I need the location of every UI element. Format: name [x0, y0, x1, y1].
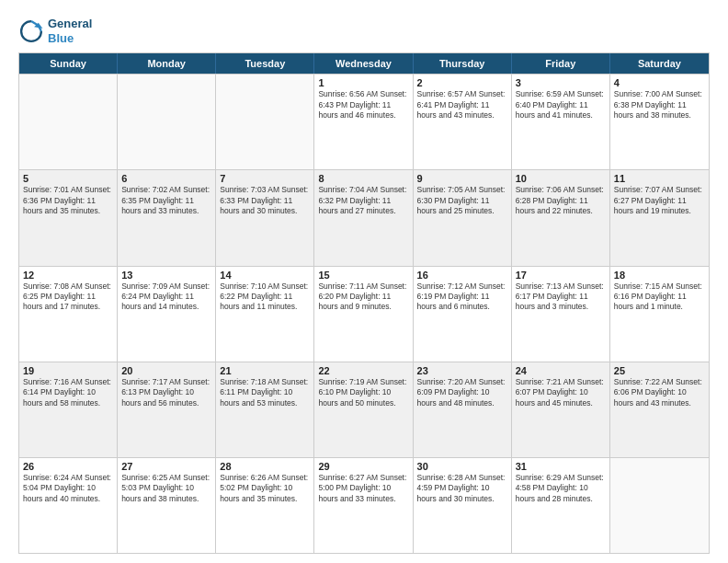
day-info: Sunrise: 6:26 AM Sunset: 5:02 PM Dayligh… — [220, 473, 310, 504]
day-info: Sunrise: 7:02 AM Sunset: 6:35 PM Dayligh… — [121, 185, 211, 216]
calendar-day-17: 17Sunrise: 7:13 AM Sunset: 6:17 PM Dayli… — [512, 267, 610, 362]
day-number: 13 — [121, 270, 211, 281]
calendar-day-13: 13Sunrise: 7:09 AM Sunset: 6:24 PM Dayli… — [118, 267, 216, 362]
day-number: 4 — [614, 77, 705, 88]
calendar-day-empty — [118, 75, 216, 169]
weekday-header-wednesday: Wednesday — [314, 53, 413, 74]
calendar-day-9: 9Sunrise: 7:05 AM Sunset: 6:30 PM Daylig… — [414, 170, 512, 265]
calendar: SundayMondayTuesdayWednesdayThursdayFrid… — [18, 52, 710, 554]
day-info: Sunrise: 7:20 AM Sunset: 6:09 PM Dayligh… — [417, 377, 507, 408]
day-number: 6 — [121, 173, 211, 184]
calendar-day-20: 20Sunrise: 7:17 AM Sunset: 6:13 PM Dayli… — [118, 362, 216, 457]
day-number: 7 — [220, 173, 310, 184]
calendar-day-6: 6Sunrise: 7:02 AM Sunset: 6:35 PM Daylig… — [118, 170, 216, 265]
day-info: Sunrise: 7:00 AM Sunset: 6:38 PM Dayligh… — [614, 89, 705, 121]
day-number: 10 — [516, 173, 606, 184]
calendar-day-empty — [19, 75, 118, 169]
day-info: Sunrise: 7:08 AM Sunset: 6:25 PM Dayligh… — [23, 282, 113, 313]
day-number: 21 — [220, 365, 310, 376]
day-number: 16 — [417, 270, 507, 281]
day-info: Sunrise: 6:56 AM Sunset: 6:43 PM Dayligh… — [318, 89, 408, 121]
day-number: 31 — [516, 461, 606, 472]
header: General Blue — [18, 17, 710, 45]
calendar-day-14: 14Sunrise: 7:10 AM Sunset: 6:22 PM Dayli… — [216, 267, 314, 362]
day-number: 23 — [417, 365, 507, 376]
weekday-header: SundayMondayTuesdayWednesdayThursdayFrid… — [19, 53, 709, 74]
calendar-day-24: 24Sunrise: 7:21 AM Sunset: 6:07 PM Dayli… — [512, 362, 610, 457]
logo: General Blue — [18, 17, 92, 45]
calendar-day-19: 19Sunrise: 7:16 AM Sunset: 6:14 PM Dayli… — [19, 362, 118, 457]
weekday-header-tuesday: Tuesday — [216, 53, 314, 74]
day-number: 17 — [516, 270, 606, 281]
calendar-day-25: 25Sunrise: 7:22 AM Sunset: 6:06 PM Dayli… — [610, 362, 709, 457]
calendar-day-21: 21Sunrise: 7:18 AM Sunset: 6:11 PM Dayli… — [216, 362, 314, 457]
calendar-day-22: 22Sunrise: 7:19 AM Sunset: 6:10 PM Dayli… — [314, 362, 413, 457]
day-number: 30 — [417, 461, 507, 472]
calendar-day-27: 27Sunrise: 6:25 AM Sunset: 5:03 PM Dayli… — [118, 458, 216, 553]
day-info: Sunrise: 7:03 AM Sunset: 6:33 PM Dayligh… — [220, 185, 310, 216]
day-info: Sunrise: 7:22 AM Sunset: 6:06 PM Dayligh… — [614, 377, 705, 408]
day-info: Sunrise: 7:13 AM Sunset: 6:17 PM Dayligh… — [516, 282, 606, 313]
weekday-header-saturday: Saturday — [610, 53, 709, 74]
weekday-header-thursday: Thursday — [414, 53, 512, 74]
day-info: Sunrise: 6:29 AM Sunset: 4:58 PM Dayligh… — [516, 473, 606, 504]
day-number: 11 — [614, 173, 705, 184]
calendar-day-2: 2Sunrise: 6:57 AM Sunset: 6:41 PM Daylig… — [414, 75, 512, 169]
day-info: Sunrise: 7:21 AM Sunset: 6:07 PM Dayligh… — [516, 377, 606, 408]
calendar-week-4: 19Sunrise: 7:16 AM Sunset: 6:14 PM Dayli… — [19, 362, 709, 457]
calendar-day-23: 23Sunrise: 7:20 AM Sunset: 6:09 PM Dayli… — [414, 362, 512, 457]
calendar-day-26: 26Sunrise: 6:24 AM Sunset: 5:04 PM Dayli… — [19, 458, 118, 553]
calendar-day-empty — [216, 75, 314, 169]
day-info: Sunrise: 7:18 AM Sunset: 6:11 PM Dayligh… — [220, 377, 310, 408]
calendar-week-1: 1Sunrise: 6:56 AM Sunset: 6:43 PM Daylig… — [19, 74, 709, 169]
day-number: 1 — [318, 77, 408, 88]
calendar-day-5: 5Sunrise: 7:01 AM Sunset: 6:36 PM Daylig… — [19, 170, 118, 265]
day-info: Sunrise: 7:11 AM Sunset: 6:20 PM Dayligh… — [318, 282, 408, 313]
day-info: Sunrise: 7:04 AM Sunset: 6:32 PM Dayligh… — [318, 185, 408, 216]
day-info: Sunrise: 6:24 AM Sunset: 5:04 PM Dayligh… — [23, 473, 113, 504]
day-number: 8 — [318, 173, 408, 184]
calendar-day-4: 4Sunrise: 7:00 AM Sunset: 6:38 PM Daylig… — [610, 75, 709, 169]
calendar-day-30: 30Sunrise: 6:28 AM Sunset: 4:59 PM Dayli… — [414, 458, 512, 553]
calendar-week-5: 26Sunrise: 6:24 AM Sunset: 5:04 PM Dayli… — [19, 457, 709, 553]
day-info: Sunrise: 6:57 AM Sunset: 6:41 PM Dayligh… — [417, 89, 507, 121]
day-number: 18 — [614, 270, 705, 281]
day-number: 15 — [318, 270, 408, 281]
logo-icon — [18, 18, 44, 44]
day-number: 14 — [220, 270, 310, 281]
day-info: Sunrise: 7:19 AM Sunset: 6:10 PM Dayligh… — [318, 377, 408, 408]
day-number: 5 — [23, 173, 113, 184]
day-info: Sunrise: 7:07 AM Sunset: 6:27 PM Dayligh… — [614, 185, 705, 216]
day-number: 25 — [614, 365, 705, 376]
day-info: Sunrise: 6:28 AM Sunset: 4:59 PM Dayligh… — [417, 473, 507, 504]
calendar-day-18: 18Sunrise: 7:15 AM Sunset: 6:16 PM Dayli… — [610, 267, 709, 362]
day-number: 3 — [516, 77, 606, 88]
day-info: Sunrise: 7:16 AM Sunset: 6:14 PM Dayligh… — [23, 377, 113, 408]
calendar-day-10: 10Sunrise: 7:06 AM Sunset: 6:28 PM Dayli… — [512, 170, 610, 265]
day-number: 22 — [318, 365, 408, 376]
calendar-body: 1Sunrise: 6:56 AM Sunset: 6:43 PM Daylig… — [19, 74, 709, 553]
day-info: Sunrise: 6:27 AM Sunset: 5:00 PM Dayligh… — [318, 473, 408, 504]
day-number: 27 — [121, 461, 211, 472]
day-number: 9 — [417, 173, 507, 184]
weekday-header-monday: Monday — [118, 53, 216, 74]
day-info: Sunrise: 7:09 AM Sunset: 6:24 PM Dayligh… — [121, 282, 211, 313]
calendar-day-16: 16Sunrise: 7:12 AM Sunset: 6:19 PM Dayli… — [414, 267, 512, 362]
weekday-header-sunday: Sunday — [19, 53, 118, 74]
day-number: 26 — [23, 461, 113, 472]
day-info: Sunrise: 7:17 AM Sunset: 6:13 PM Dayligh… — [121, 377, 211, 408]
day-info: Sunrise: 6:25 AM Sunset: 5:03 PM Dayligh… — [121, 473, 211, 504]
weekday-header-friday: Friday — [512, 53, 610, 74]
calendar-day-1: 1Sunrise: 6:56 AM Sunset: 6:43 PM Daylig… — [314, 75, 413, 169]
day-info: Sunrise: 7:05 AM Sunset: 6:30 PM Dayligh… — [417, 185, 507, 216]
day-number: 19 — [23, 365, 113, 376]
day-info: Sunrise: 7:10 AM Sunset: 6:22 PM Dayligh… — [220, 282, 310, 313]
day-number: 12 — [23, 270, 113, 281]
calendar-day-11: 11Sunrise: 7:07 AM Sunset: 6:27 PM Dayli… — [610, 170, 709, 265]
day-info: Sunrise: 6:59 AM Sunset: 6:40 PM Dayligh… — [516, 89, 606, 121]
calendar-day-8: 8Sunrise: 7:04 AM Sunset: 6:32 PM Daylig… — [314, 170, 413, 265]
calendar-week-3: 12Sunrise: 7:08 AM Sunset: 6:25 PM Dayli… — [19, 266, 709, 362]
calendar-day-15: 15Sunrise: 7:11 AM Sunset: 6:20 PM Dayli… — [314, 267, 413, 362]
calendar-day-12: 12Sunrise: 7:08 AM Sunset: 6:25 PM Dayli… — [19, 267, 118, 362]
day-number: 20 — [121, 365, 211, 376]
